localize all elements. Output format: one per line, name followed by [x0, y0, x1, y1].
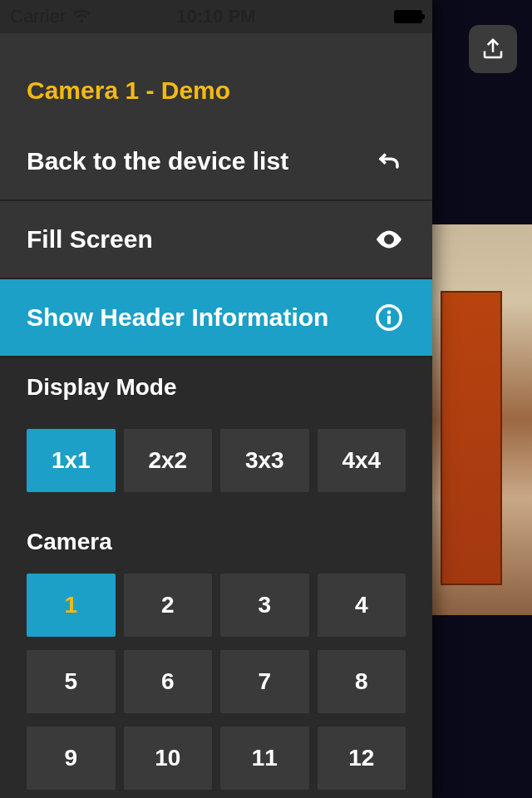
camera-row: 5678	[0, 643, 432, 720]
display-mode-4x4[interactable]: 4x4	[318, 429, 406, 492]
svg-point-2	[387, 310, 392, 314]
camera-row: 9101112	[0, 720, 432, 796]
camera-cell-9[interactable]: 9	[27, 727, 116, 790]
display-mode-3x3[interactable]: 3x3	[220, 429, 309, 492]
camera-feed-preview	[432, 224, 532, 615]
menu-item-label: Fill Screen	[27, 225, 153, 254]
camera-cell-4[interactable]: 4	[318, 574, 406, 637]
menu-item-label: Show Header Information	[27, 303, 328, 332]
camera-cell-11[interactable]: 11	[220, 727, 309, 790]
carrier-label: Carrier	[10, 6, 66, 27]
back-to-device-list[interactable]: Back to the device list	[0, 123, 432, 201]
camera-cell-12[interactable]: 12	[318, 727, 406, 790]
camera-cell-8[interactable]: 8	[318, 650, 406, 713]
battery-icon	[394, 10, 422, 23]
camera-cell-3[interactable]: 3	[220, 574, 309, 637]
status-bar: Carrier 10:10 PM	[0, 0, 432, 33]
show-header-information[interactable]: Show Header Information	[0, 279, 432, 357]
svg-point-0	[387, 237, 392, 242]
camera-row: 1234	[0, 567, 432, 643]
fill-screen[interactable]: Fill Screen	[0, 201, 432, 279]
wifi-icon	[72, 7, 91, 26]
camera-cell-10[interactable]: 10	[124, 727, 213, 790]
camera-cell-6[interactable]: 6	[124, 650, 213, 713]
status-time: 10:10 PM	[176, 6, 255, 27]
camera-cell-7[interactable]: 7	[220, 650, 309, 713]
back-icon	[372, 145, 406, 178]
menu-item-label: Back to the device list	[27, 147, 288, 175]
info-icon	[372, 301, 406, 334]
camera-cell-1[interactable]: 1	[27, 574, 116, 637]
camera-grid: 123456789101112	[0, 567, 432, 796]
share-icon	[480, 37, 505, 62]
camera-cell-5[interactable]: 5	[27, 650, 116, 713]
display-mode-label: Display Mode	[0, 357, 432, 412]
display-mode-2x2[interactable]: 2x2	[124, 429, 213, 492]
page-title: Camera 1 - Demo	[0, 33, 432, 123]
svg-rect-3	[387, 316, 391, 324]
side-menu: Carrier 10:10 PM Camera 1 - Demo Back to…	[0, 0, 432, 798]
eye-icon	[372, 223, 406, 256]
display-mode-grid: 1x12x23x34x4	[0, 412, 432, 512]
camera-label: Camera	[0, 512, 432, 567]
display-mode-1x1[interactable]: 1x1	[27, 429, 116, 492]
share-button[interactable]	[469, 25, 517, 73]
camera-cell-2[interactable]: 2	[124, 574, 213, 637]
